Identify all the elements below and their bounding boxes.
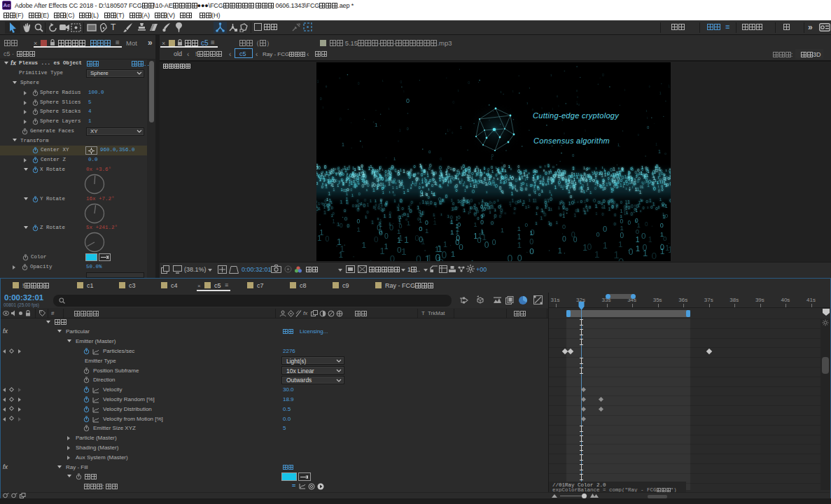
svg-text:0: 0 <box>489 204 492 209</box>
svg-text:1: 1 <box>374 170 376 174</box>
svg-text:1: 1 <box>519 200 522 203</box>
svg-text:1: 1 <box>368 166 370 172</box>
svg-text:1: 1 <box>626 211 628 215</box>
svg-text:0: 0 <box>491 220 494 226</box>
svg-text:1: 1 <box>401 246 407 257</box>
svg-text:0: 0 <box>586 167 588 172</box>
svg-text:1: 1 <box>517 233 522 241</box>
svg-text:1: 1 <box>583 166 585 170</box>
svg-text:1: 1 <box>470 258 475 261</box>
svg-text:1: 1 <box>399 173 400 176</box>
svg-text:1: 1 <box>411 184 412 187</box>
svg-text:0: 0 <box>414 182 417 187</box>
svg-text:0: 0 <box>361 172 362 174</box>
svg-text:0: 0 <box>571 230 575 239</box>
svg-text:1: 1 <box>377 181 379 185</box>
svg-text:1: 1 <box>351 174 353 176</box>
svg-text:1: 1 <box>649 198 652 203</box>
svg-text:1: 1 <box>398 180 400 183</box>
svg-text:1: 1 <box>512 176 514 178</box>
svg-text:0: 0 <box>353 175 355 179</box>
svg-text:0: 0 <box>459 242 463 251</box>
svg-text:1: 1 <box>463 207 466 214</box>
svg-text:1: 1 <box>419 209 421 215</box>
svg-text:1: 1 <box>425 192 427 196</box>
svg-text:0: 0 <box>536 206 538 210</box>
svg-text:0: 0 <box>433 193 435 197</box>
svg-text:0: 0 <box>357 174 359 177</box>
svg-text:0: 0 <box>641 231 646 240</box>
svg-text:0: 0 <box>561 176 564 181</box>
svg-text:1: 1 <box>595 203 598 209</box>
svg-text:1: 1 <box>558 206 560 210</box>
svg-text:0: 0 <box>320 97 322 101</box>
svg-text:0: 0 <box>450 181 452 184</box>
svg-text:0: 0 <box>340 222 343 229</box>
svg-text:1: 1 <box>544 204 547 210</box>
svg-text:1: 1 <box>635 187 638 192</box>
svg-text:0: 0 <box>480 219 484 226</box>
svg-text:1: 1 <box>397 227 400 235</box>
svg-text:1: 1 <box>627 199 630 205</box>
svg-text:0: 0 <box>514 207 516 211</box>
svg-text:0: 0 <box>599 184 601 188</box>
svg-text:0: 0 <box>454 185 456 189</box>
svg-text:0: 0 <box>585 177 587 182</box>
svg-text:1: 1 <box>417 177 419 180</box>
svg-text:0: 0 <box>495 173 497 177</box>
svg-text:1: 1 <box>397 206 400 212</box>
svg-text:1: 1 <box>323 206 326 209</box>
svg-text:0: 0 <box>445 194 448 199</box>
svg-text:0: 0 <box>381 176 384 181</box>
svg-text:1: 1 <box>512 90 514 93</box>
svg-text:1: 1 <box>323 209 326 216</box>
svg-text:1: 1 <box>570 184 572 188</box>
svg-text:1: 1 <box>473 232 477 240</box>
svg-text:0: 0 <box>610 167 613 172</box>
svg-text:1: 1 <box>358 166 359 169</box>
svg-text:0: 0 <box>614 181 617 186</box>
svg-text:1: 1 <box>536 211 538 216</box>
svg-text:0: 0 <box>452 202 454 206</box>
svg-text:1: 1 <box>534 190 536 195</box>
svg-text:0: 0 <box>391 166 394 171</box>
svg-text:0: 0 <box>393 194 395 197</box>
svg-text:1: 1 <box>469 210 471 214</box>
svg-text:0: 0 <box>362 183 365 188</box>
svg-text:1: 1 <box>362 146 363 148</box>
svg-text:1: 1 <box>520 182 523 187</box>
svg-text:0: 0 <box>354 183 357 189</box>
svg-text:1: 1 <box>511 191 514 196</box>
svg-text:1: 1 <box>589 190 592 195</box>
svg-text:1: 1 <box>582 243 587 253</box>
svg-text:1: 1 <box>529 198 531 202</box>
svg-text:1: 1 <box>613 174 615 178</box>
svg-text:0: 0 <box>589 167 590 170</box>
svg-text:1: 1 <box>375 198 377 203</box>
svg-text:0: 0 <box>631 211 634 216</box>
svg-text:0: 0 <box>410 208 412 214</box>
svg-text:1: 1 <box>331 214 333 218</box>
svg-text:1: 1 <box>588 174 589 178</box>
svg-text:1: 1 <box>332 218 335 225</box>
svg-text:1: 1 <box>321 175 323 180</box>
svg-text:1: 1 <box>604 173 606 177</box>
svg-text:0: 0 <box>596 231 600 238</box>
svg-text:0: 0 <box>487 202 489 206</box>
svg-text:0: 0 <box>452 132 454 134</box>
svg-text:0: 0 <box>578 104 580 106</box>
svg-text:0: 0 <box>459 181 461 185</box>
svg-text:1: 1 <box>425 253 431 261</box>
svg-text:0: 0 <box>550 222 552 227</box>
svg-text:0: 0 <box>484 240 489 250</box>
svg-text:1: 1 <box>455 223 459 230</box>
svg-text:1: 1 <box>347 175 348 178</box>
svg-text:1: 1 <box>425 227 428 234</box>
svg-text:0: 0 <box>586 190 587 192</box>
svg-text:0: 0 <box>402 214 404 218</box>
svg-text:1: 1 <box>568 178 570 182</box>
svg-text:1: 1 <box>443 240 447 248</box>
svg-text:1: 1 <box>480 227 484 234</box>
svg-text:0: 0 <box>484 177 486 181</box>
svg-text:1: 1 <box>400 168 402 172</box>
